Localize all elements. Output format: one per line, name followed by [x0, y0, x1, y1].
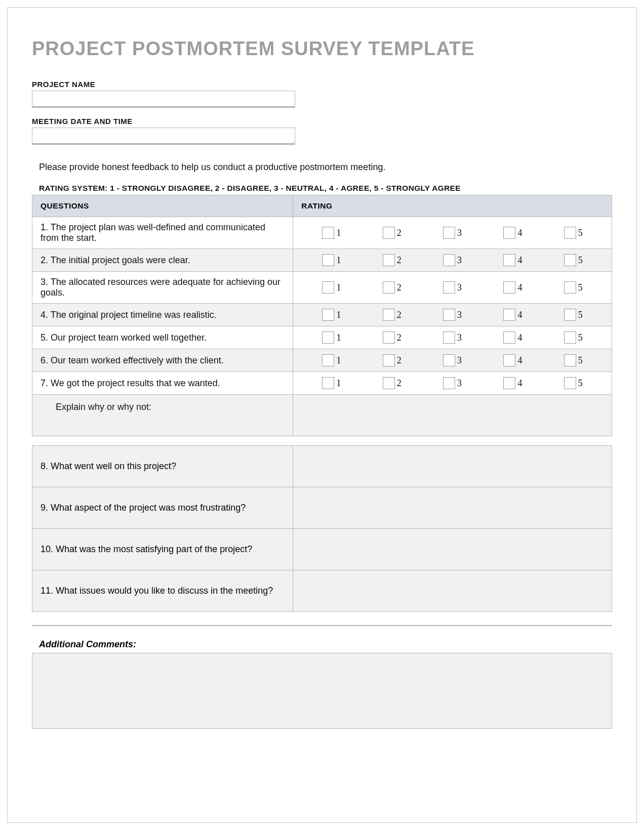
rating-checkbox[interactable]: [564, 331, 576, 344]
rating-option: 5: [564, 377, 583, 389]
open-answer-cell[interactable]: [293, 570, 612, 612]
table-row: 9. What aspect of the project was most f…: [32, 487, 612, 529]
rating-option: 5: [564, 254, 583, 266]
rating-checkbox[interactable]: [564, 281, 576, 294]
open-question-text: 11. What issues would you like to discus…: [32, 570, 293, 612]
rating-number: 4: [517, 310, 522, 320]
table-row: 5. Our project team worked well together…: [32, 326, 612, 349]
rating-option: 5: [564, 227, 583, 239]
rating-number: 3: [457, 333, 462, 343]
rating-option: 4: [503, 254, 522, 266]
rating-option: 4: [503, 281, 522, 294]
rating-number: 5: [578, 378, 583, 389]
open-answer-cell[interactable]: [293, 487, 612, 529]
rating-number: 4: [517, 228, 522, 238]
rating-number: 4: [517, 378, 522, 389]
rating-checkbox[interactable]: [322, 377, 334, 389]
rating-checkbox[interactable]: [322, 254, 334, 266]
rating-cell: 12345: [293, 326, 612, 349]
rating-option: 1: [322, 309, 341, 321]
rating-option: 2: [383, 377, 401, 389]
rating-checkbox[interactable]: [443, 254, 455, 266]
rating-option: 2: [383, 309, 401, 321]
rating-number: 5: [578, 333, 583, 343]
project-name-label: PROJECT NAME: [32, 80, 612, 89]
rating-checkbox[interactable]: [383, 331, 395, 344]
project-name-block: PROJECT NAME: [32, 80, 612, 108]
rating-checkbox[interactable]: [383, 309, 395, 321]
question-text: 4. The original project timeline was rea…: [32, 304, 293, 326]
rating-cell: 12345: [293, 304, 612, 326]
rating-option: 3: [443, 309, 462, 321]
open-question-text: 10. What was the most satisfying part of…: [32, 529, 293, 570]
rating-checkbox[interactable]: [383, 254, 395, 266]
open-answer-cell[interactable]: [293, 446, 612, 487]
rating-number: 3: [457, 255, 462, 266]
explain-label: Explain why or why not:: [32, 395, 293, 436]
rating-checkbox[interactable]: [443, 331, 455, 344]
rating-option: 3: [443, 254, 462, 266]
rating-option: 1: [322, 377, 341, 389]
rating-cell: 12345: [293, 349, 612, 372]
rating-checkbox[interactable]: [443, 227, 455, 239]
open-question-text: 8. What went well on this project?: [32, 446, 293, 487]
rating-number: 2: [397, 310, 401, 320]
rating-checkbox[interactable]: [322, 331, 334, 344]
additional-comments-label: Additional Comments:: [32, 639, 612, 650]
rating-number: 1: [336, 228, 341, 238]
rating-checkbox[interactable]: [322, 227, 334, 239]
rating-checkbox[interactable]: [443, 377, 455, 389]
rating-checkbox[interactable]: [564, 309, 576, 321]
rating-checkbox[interactable]: [503, 281, 515, 294]
rating-checkbox[interactable]: [564, 254, 576, 266]
rating-checkbox[interactable]: [383, 281, 395, 294]
rating-checkbox[interactable]: [322, 281, 334, 294]
rating-checkbox[interactable]: [322, 354, 334, 366]
rating-option: 4: [503, 309, 522, 321]
rating-checkbox[interactable]: [503, 227, 515, 239]
question-text: 2. The initial project goals were clear.: [32, 249, 293, 272]
meeting-input[interactable]: [32, 128, 295, 145]
rating-option: 5: [564, 354, 583, 366]
rating-number: 3: [457, 378, 462, 389]
rating-option: 2: [383, 281, 401, 294]
rating-checkbox[interactable]: [383, 354, 395, 366]
rating-number: 3: [457, 228, 462, 238]
rating-checkbox[interactable]: [443, 354, 455, 366]
survey-table: QUESTIONS RATING 1. The project plan was…: [32, 195, 612, 436]
rating-checkbox[interactable]: [503, 309, 515, 321]
rating-number: 1: [336, 310, 341, 320]
project-name-input[interactable]: [32, 91, 295, 108]
rating-option: 3: [443, 227, 462, 239]
rating-number: 5: [578, 282, 583, 293]
explain-answer-cell[interactable]: [293, 395, 612, 436]
page-container: PROJECT POSTMORTEM SURVEY TEMPLATE PROJE…: [0, 0, 644, 830]
rating-checkbox[interactable]: [564, 377, 576, 389]
rating-option: 1: [322, 254, 341, 266]
rating-checkbox[interactable]: [383, 377, 395, 389]
table-row: 1. The project plan was well-defined and…: [32, 217, 612, 249]
rating-checkbox[interactable]: [503, 254, 515, 266]
rating-checkbox[interactable]: [383, 227, 395, 239]
rating-number: 2: [397, 282, 401, 293]
rating-cell: 12345: [293, 372, 612, 395]
rating-checkbox[interactable]: [503, 377, 515, 389]
rating-checkbox[interactable]: [503, 354, 515, 366]
rating-cell: 12345: [293, 272, 612, 304]
rating-checkbox[interactable]: [443, 281, 455, 294]
rating-checkbox[interactable]: [503, 331, 515, 344]
header-rating: RATING: [293, 195, 612, 217]
meeting-label: MEETING DATE AND TIME: [32, 117, 612, 126]
rating-option: 5: [564, 281, 583, 294]
rating-checkbox[interactable]: [443, 309, 455, 321]
rating-checkbox[interactable]: [564, 227, 576, 239]
rating-option: 1: [322, 227, 341, 239]
open-answer-cell[interactable]: [293, 529, 612, 570]
meeting-block: MEETING DATE AND TIME: [32, 117, 612, 145]
explain-row: Explain why or why not:: [32, 395, 612, 436]
rating-number: 5: [578, 310, 583, 320]
additional-comments-input[interactable]: [32, 653, 612, 729]
rating-option: 2: [383, 331, 401, 344]
rating-checkbox[interactable]: [564, 354, 576, 366]
rating-checkbox[interactable]: [322, 309, 334, 321]
